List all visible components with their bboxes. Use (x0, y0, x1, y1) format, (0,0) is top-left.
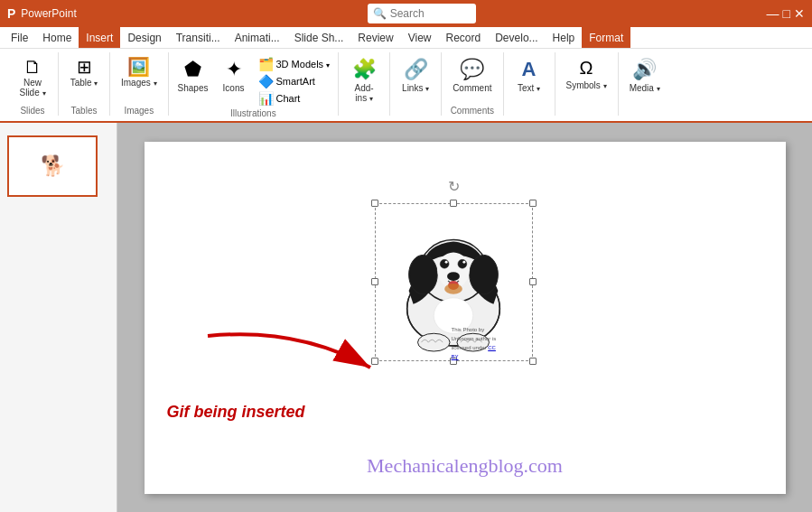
tables-group-label: Tables (71, 104, 98, 116)
symbols-button[interactable]: Ω Symbols ▾ (563, 56, 611, 92)
ribbon-group-slides: 🗋 NewSlide ▾ Slides (7, 52, 59, 116)
maximize-icon[interactable]: □ (783, 6, 790, 21)
close-icon[interactable]: ✕ (794, 6, 805, 21)
menu-record[interactable]: Record (439, 27, 489, 48)
minimize-icon[interactable]: — (767, 6, 779, 21)
menu-file[interactable]: File (4, 27, 35, 48)
ribbon: 🗋 NewSlide ▾ Slides ⊞ Table ▾ Tables 🖼️ … (0, 49, 812, 123)
menu-view[interactable]: View (401, 27, 439, 48)
search-icon: 🔍 (373, 7, 387, 20)
shapes-button[interactable]: ⬟ Shapes (174, 56, 212, 95)
table-icon: ⊞ (77, 58, 92, 76)
watermark-text: Mechanicalengblog.com (367, 454, 563, 478)
svg-point-4 (469, 255, 498, 293)
menu-developer[interactable]: Develo... (488, 27, 545, 48)
svg-point-3 (408, 255, 437, 293)
svg-point-12 (444, 283, 462, 293)
menu-format[interactable]: Format (582, 27, 630, 48)
slide-canvas[interactable]: ↻ (145, 142, 786, 494)
comment-button[interactable]: 💬 Comment (449, 56, 495, 95)
symbols-icon: Ω (580, 58, 593, 79)
slides-panel: 1 🐕 (0, 123, 117, 512)
ribbon-group-addins: 🧩 Add-ins ▾ (339, 52, 390, 116)
ribbon-group-media: 🔊 Media ▾ (619, 52, 671, 116)
slide-thumb-dog-icon: 🐕 (41, 154, 65, 178)
links-group-content: 🔗 Links ▾ (397, 52, 434, 114)
search-box[interactable]: 🔍 (368, 4, 476, 23)
icons-button[interactable]: ✦ Icons (218, 56, 250, 95)
handle-top-right[interactable] (529, 200, 537, 207)
shapes-icon: ⬟ (184, 58, 201, 81)
links-button[interactable]: 🔗 Links ▾ (397, 56, 434, 95)
menu-animations[interactable]: Animati... (228, 27, 287, 48)
smartart-button[interactable]: 🔷 SmartArt (256, 73, 333, 89)
table-button[interactable]: ⊞ Table ▾ (66, 56, 102, 89)
ribbon-group-illustrations: ⬟ Shapes ✦ Icons 🗂️ 3D Models ▾ 🔷 SmartA… (169, 52, 340, 116)
chart-icon: 📊 (258, 91, 274, 106)
canvas-area: ↻ (117, 123, 812, 512)
svg-point-7 (457, 259, 466, 268)
menu-design[interactable]: Design (120, 27, 168, 48)
new-slide-button[interactable]: 🗋 NewSlide ▾ (14, 56, 51, 99)
slides-group-label: Slides (20, 104, 44, 116)
comment-icon: 💬 (460, 58, 484, 81)
rotate-handle[interactable]: ↻ (448, 178, 460, 195)
ribbon-group-links: 🔗 Links ▾ (390, 52, 442, 116)
comments-group-label: Comments (451, 104, 494, 116)
handle-top-middle[interactable] (450, 200, 457, 207)
app-logo: P (7, 6, 15, 21)
illustrations-group-label: Illustrations (230, 107, 276, 118)
menu-review[interactable]: Review (350, 27, 400, 48)
handle-bottom-left[interactable] (371, 358, 378, 365)
text-button[interactable]: A Text ▾ (511, 56, 547, 95)
addins-button[interactable]: 🧩 Add-ins ▾ (346, 56, 382, 105)
smartart-icon: 🔷 (258, 74, 274, 88)
title-bar: P PowerPoint 🔍 — □ ✕ (0, 0, 812, 27)
new-slide-icon: 🗋 (23, 58, 42, 76)
svg-point-8 (444, 260, 447, 263)
menu-slideshow[interactable]: Slide Sh... (287, 27, 351, 48)
menu-transitions[interactable]: Transiti... (169, 27, 228, 48)
3d-models-icon: 🗂️ (258, 57, 274, 71)
gif-label: Gif being inserted (167, 403, 305, 422)
slide-thumbnail[interactable]: 🐕 (7, 135, 98, 197)
workspace: 1 🐕 ↻ (0, 123, 812, 512)
illustrations-group-content: ⬟ Shapes ✦ Icons 🗂️ 3D Models ▾ 🔷 SmartA… (174, 52, 333, 107)
menu-insert[interactable]: Insert (79, 27, 120, 48)
links-icon: 🔗 (404, 58, 428, 81)
slides-group-content: 🗋 NewSlide ▾ (14, 52, 51, 104)
tables-group-content: ⊞ Table ▾ (66, 52, 102, 104)
media-button[interactable]: 🔊 Media ▾ (626, 56, 664, 95)
text-icon: A (522, 58, 537, 81)
dog-image-container[interactable]: ↻ (375, 203, 533, 361)
search-input[interactable] (390, 7, 462, 20)
menu-bar: File Home Insert Design Transiti... Anim… (0, 27, 812, 49)
ribbon-group-comments: 💬 Comment Comments (442, 52, 503, 116)
icons-icon: ✦ (226, 58, 242, 81)
comments-group-content: 💬 Comment (449, 52, 495, 104)
images-group-content: 🖼️ Images ▾ (117, 52, 161, 104)
addins-icon: 🧩 (352, 58, 377, 81)
3d-models-button[interactable]: 🗂️ 3D Models ▾ (256, 56, 333, 72)
illustrations-col: 🗂️ 3D Models ▾ 🔷 SmartArt 📊 Chart (256, 56, 333, 107)
ribbon-group-tables: ⊞ Table ▾ Tables (59, 52, 110, 116)
dog-caption: This Photo byUnknown author islicensed u… (452, 325, 533, 360)
menu-help[interactable]: Help (546, 27, 583, 48)
handle-middle-left[interactable] (371, 278, 378, 285)
addins-group-content: 🧩 Add-ins ▾ (346, 52, 382, 114)
handle-middle-right[interactable] (529, 278, 537, 285)
arrow-annotation (190, 318, 397, 381)
images-button[interactable]: 🖼️ Images ▾ (117, 56, 161, 89)
media-group-content: 🔊 Media ▾ (626, 52, 664, 114)
ribbon-group-symbols: Ω Symbols ▾ (555, 52, 619, 116)
text-group-content: A Text ▾ (511, 52, 547, 114)
title-bar-left: P PowerPoint (7, 6, 77, 21)
media-icon: 🔊 (632, 58, 657, 81)
svg-point-6 (440, 259, 449, 268)
ribbon-group-text: A Text ▾ (504, 52, 555, 116)
handle-top-left[interactable] (371, 200, 378, 207)
chart-button[interactable]: 📊 Chart (256, 90, 333, 107)
menu-home[interactable]: Home (35, 27, 79, 48)
app-title: PowerPoint (21, 7, 76, 20)
window-controls: — □ ✕ (767, 6, 805, 21)
